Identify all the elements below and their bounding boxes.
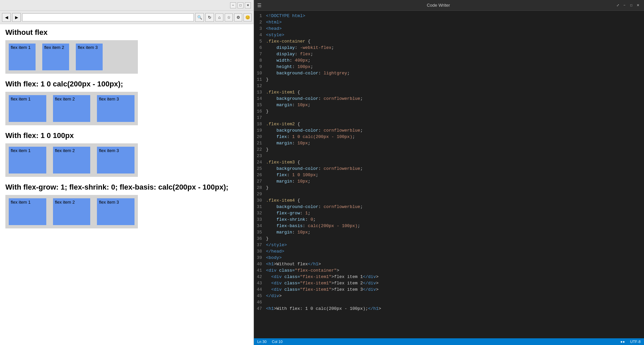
- code-line: 18.flex-item2 {: [254, 121, 644, 127]
- line-content: </div>: [266, 293, 282, 299]
- bookmark-icon[interactable]: ☆: [225, 13, 233, 21]
- settings-icon[interactable]: ⚙: [234, 13, 242, 21]
- line-number: 30: [254, 197, 266, 204]
- code-titlebar: ☰ Code Writer ⤢ − □ ✕: [254, 0, 644, 11]
- code-line: 7 display: flex;: [254, 51, 644, 57]
- line-content: <div class="flex-item1">flex item 3</div…: [266, 286, 379, 293]
- code-line: 40<h1>Without flex</h1>: [254, 261, 644, 267]
- code-line: 26 flex: 1 0 100px;: [254, 172, 644, 178]
- line-content: <div class="flex-item1">flex item 1</div…: [266, 274, 379, 280]
- editor-close-button[interactable]: ✕: [635, 3, 641, 8]
- code-area[interactable]: 1<!DOCTYPE html>2<html>3<head>4<style>5.…: [254, 11, 644, 338]
- line-number: 34: [254, 223, 266, 229]
- line-content: .flex-item4 {: [266, 197, 300, 204]
- flex-item-2-2: flex item 2: [53, 95, 91, 122]
- line-number: 45: [254, 293, 266, 299]
- line-number: 4: [254, 32, 266, 38]
- hamburger-icon[interactable]: ☰: [257, 3, 262, 8]
- search-icon[interactable]: 🔍: [195, 13, 204, 22]
- line-number: 20: [254, 134, 266, 140]
- line-content: [266, 191, 269, 197]
- line-number: 39: [254, 255, 266, 261]
- line-number: 16: [254, 108, 266, 115]
- line-content: </style>: [266, 242, 287, 248]
- browser-toolbar: ◀ ▶ 🔍 ↻ ⌂ ☆ ⚙ 😊: [0, 11, 254, 24]
- line-number: 11: [254, 76, 266, 83]
- code-line: 45</div>: [254, 293, 644, 299]
- code-line: 24.flex-item3 {: [254, 159, 644, 165]
- line-content: }: [266, 76, 269, 83]
- flex-item-4-2: flex item 2: [53, 198, 91, 225]
- flex-item-2-3: flex item 3: [97, 95, 135, 122]
- code-line: 22}: [254, 146, 644, 153]
- line-content: }: [266, 235, 269, 242]
- code-line: 44 <div class="flex-item1">flex item 3</…: [254, 286, 644, 293]
- line-content: .flex-item2 {: [266, 121, 300, 127]
- code-line: 39<body>: [254, 255, 644, 261]
- statusbar-col: Col 10: [272, 340, 283, 344]
- line-content: background-color: cornflowerblue;: [266, 127, 363, 134]
- line-number: 28: [254, 185, 266, 191]
- line-number: 12: [254, 83, 266, 89]
- flex-item-3-3: flex item 3: [97, 147, 135, 174]
- code-line: 27 margin: 10px;: [254, 178, 644, 185]
- editor-popout-button[interactable]: ⤢: [615, 3, 621, 8]
- line-content: flex-shrink: 0;: [266, 216, 316, 223]
- line-content: flex-basis: calc(200px - 100px);: [266, 223, 360, 229]
- smiley-icon[interactable]: 😊: [244, 13, 252, 21]
- line-content: width: 400px;: [266, 57, 311, 64]
- line-number: 47: [254, 305, 266, 312]
- line-content: </head>: [266, 248, 284, 255]
- code-line: 15 margin: 10px;: [254, 102, 644, 108]
- refresh-button[interactable]: ↻: [205, 13, 214, 22]
- line-content: .flex-item3 {: [266, 159, 300, 165]
- line-content: .flex-container {: [266, 38, 311, 45]
- editor-minimize-button[interactable]: −: [622, 3, 627, 8]
- flex-item-1-2: flex item 2: [42, 44, 69, 70]
- flex-demo-3: flex item 1 flex item 2 flex item 3: [5, 143, 138, 177]
- code-line: 43 <div class="flex-item1">flex item 2</…: [254, 280, 644, 286]
- close-button[interactable]: ✕: [245, 2, 251, 8]
- line-content: display: -webkit-flex;: [266, 45, 334, 51]
- line-number: 41: [254, 267, 266, 274]
- flex-demo-4: flex item 1 flex item 2 flex item 3: [5, 195, 138, 228]
- line-content: height: 100px;: [266, 64, 313, 70]
- line-number: 33: [254, 216, 266, 223]
- line-number: 17: [254, 115, 266, 121]
- line-content: <style>: [266, 32, 284, 38]
- back-button[interactable]: ◀: [2, 13, 11, 22]
- line-content: margin: 10px;: [266, 178, 311, 185]
- code-line: 3<head>: [254, 25, 644, 32]
- maximize-button[interactable]: □: [237, 2, 244, 8]
- code-line: 47<h1>With flex: 1 0 calc(200px - 100px)…: [254, 305, 644, 312]
- line-content: .flex-item1 {: [266, 89, 300, 95]
- code-line: 10 background-color: lightgrey;: [254, 70, 644, 76]
- code-line: 2<html>: [254, 19, 644, 25]
- code-line: 25 background-color: cornflowerblue;: [254, 165, 644, 172]
- home-icon[interactable]: ⌂: [215, 13, 223, 21]
- statusbar-encoding: UTF-8: [630, 340, 641, 344]
- line-number: 22: [254, 146, 266, 153]
- line-number: 40: [254, 261, 266, 267]
- line-number: 14: [254, 95, 266, 102]
- line-content: <head>: [266, 25, 282, 32]
- code-line: 37</style>: [254, 242, 644, 248]
- code-line: 17: [254, 115, 644, 121]
- line-content: margin: 10px;: [266, 229, 311, 235]
- address-bar[interactable]: [22, 13, 194, 21]
- line-number: 31: [254, 204, 266, 210]
- code-line: 42 <div class="flex-item1">flex item 1</…: [254, 274, 644, 280]
- code-line: 31 background-color: cornflowerblue;: [254, 204, 644, 210]
- line-number: 25: [254, 165, 266, 172]
- line-content: <h1>With flex: 1 0 calc(200px - 100px);<…: [266, 305, 381, 312]
- editor-maximize-button[interactable]: □: [629, 3, 634, 8]
- line-content: [266, 299, 269, 305]
- line-content: <div class="flex-item1">flex item 2</div…: [266, 280, 379, 286]
- line-number: 26: [254, 172, 266, 178]
- line-content: <h1>Without flex</h1>: [266, 261, 321, 267]
- section-heading-4: With flex-grow: 1; flex-shrink: 0; flex-…: [5, 183, 248, 192]
- line-number: 32: [254, 210, 266, 216]
- minimize-button[interactable]: −: [230, 2, 236, 8]
- forward-button[interactable]: ▶: [12, 13, 21, 22]
- code-line: 35 margin: 10px;: [254, 229, 644, 235]
